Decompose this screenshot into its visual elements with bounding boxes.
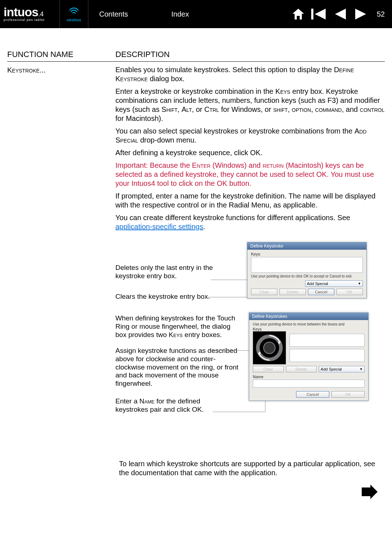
- header-description: DESCRIPTION: [115, 50, 385, 59]
- dlg2-name-label: Name: [253, 375, 365, 379]
- wireless-badge: wireless: [60, 0, 88, 28]
- dlg2-keys-input-1[interactable]: [290, 334, 365, 347]
- logo: intuos.4 professional pen tablet: [0, 7, 60, 22]
- first-page-icon[interactable]: [311, 8, 327, 20]
- define-keystrokes-dialog: Define Keystrokes Use your pointing devi…: [249, 312, 369, 401]
- next-page-icon[interactable]: [354, 8, 367, 20]
- dlg1-delete-button[interactable]: Delete: [279, 289, 306, 295]
- svg-point-6: [264, 342, 275, 354]
- index-link[interactable]: Index: [171, 10, 189, 18]
- description-cell: Enables you to simulate keystrokes. Sele…: [115, 65, 385, 235]
- para-6: If prompted, enter a name for the keystr…: [115, 192, 385, 210]
- para-2: Enter a keystroke or keystroke combinati…: [115, 87, 385, 123]
- function-name-cell: Keystroke...: [7, 65, 115, 235]
- dlg2-keys-input-2[interactable]: [290, 349, 365, 362]
- column-headers: FUNCTION NAME DESCRIPTION: [7, 50, 385, 59]
- dlg2-hint: Use your pointing device to move between…: [253, 322, 365, 326]
- dlg2-name-input[interactable]: [253, 380, 365, 388]
- dlg2-cancel-button[interactable]: Cancel: [296, 391, 329, 398]
- leader-line-2: [207, 297, 251, 297]
- dlg1-title: Define Keystroke: [247, 242, 366, 250]
- dlg2-clear-button[interactable]: Clear: [253, 366, 284, 372]
- para-1: Enables you to simulate keystrokes. Sele…: [115, 65, 385, 83]
- logo-4: .4: [38, 10, 44, 18]
- dlg1-keys-label: Keys:: [251, 252, 363, 256]
- diagram-area: Deletes only the last entry in the keyst…: [115, 242, 382, 451]
- wireless-label: wireless: [67, 18, 81, 22]
- dlg1-add-special-dropdown[interactable]: Add Special▼: [305, 280, 363, 287]
- para-important: Important: Because the Enter (Windows) a…: [115, 161, 385, 188]
- wifi-icon: [69, 6, 79, 17]
- callout-name: Enter a Name for the defined keystrokes …: [115, 397, 234, 414]
- callout-assign: Assign keystroke functions as described …: [115, 347, 242, 388]
- header-separator: [7, 61, 385, 62]
- function-row: Keystroke... Enables you to simulate key…: [7, 65, 385, 235]
- home-icon[interactable]: [292, 8, 305, 20]
- top-nav-icons: 52: [292, 8, 385, 20]
- svg-marker-2: [315, 9, 326, 19]
- svg-marker-0: [292, 9, 304, 19]
- dlg1-ok-button[interactable]: OK: [336, 289, 363, 295]
- prev-page-icon[interactable]: [334, 8, 347, 20]
- dlg1-hint: Use your pointing device to click OK to …: [251, 274, 363, 278]
- callout-delete: Deletes only the last entry in the keyst…: [115, 264, 234, 280]
- chevron-down-icon: ▼: [358, 282, 361, 285]
- leader-line-4a: [213, 412, 265, 412]
- page-content: FUNCTION NAME DESCRIPTION Keystroke... E…: [0, 28, 392, 509]
- dlg2-add-special-dropdown[interactable]: Add Special▼: [319, 366, 365, 372]
- svg-marker-4: [355, 9, 366, 19]
- para-4: After defining a keystroke sequence, cli…: [115, 148, 385, 157]
- contents-link[interactable]: Contents: [99, 10, 128, 18]
- app-specific-settings-link[interactable]: application-specific settings: [115, 223, 203, 231]
- closing-paragraph: To learn which keystroke shortcuts are s…: [119, 459, 379, 477]
- continue-arrow-icon[interactable]: [360, 484, 378, 502]
- callout-two-boxes: When defining keystrokes for the Touch R…: [115, 314, 240, 339]
- svg-rect-1: [311, 9, 313, 19]
- header-function-name: FUNCTION NAME: [7, 50, 115, 59]
- chevron-down-icon: ▼: [360, 367, 363, 371]
- dlg2-title: Define Keystrokes: [249, 313, 368, 320]
- leader-line-3: [209, 350, 252, 351]
- svg-marker-9: [362, 485, 378, 499]
- para-3: You can also select special keystrokes o…: [115, 127, 385, 145]
- logo-subtitle: professional pen tablet: [4, 18, 60, 22]
- header-bar: intuos.4 professional pen tablet wireles…: [0, 0, 392, 28]
- top-nav-links: Contents Index: [99, 10, 189, 18]
- dlg2-ok-button[interactable]: OK: [331, 391, 365, 398]
- svg-marker-3: [335, 9, 346, 19]
- dlg1-clear-button[interactable]: Clear: [251, 289, 277, 295]
- dlg2-keys-label: Keys: [253, 327, 365, 331]
- para-7: You can create different keystroke funct…: [115, 213, 385, 231]
- touch-ring-image: [253, 331, 286, 364]
- dlg2-delete-button[interactable]: Delete: [286, 366, 317, 372]
- define-keystroke-dialog: Define Keystroke Keys: Use your pointing…: [247, 242, 367, 298]
- dlg1-keys-input[interactable]: [251, 257, 363, 273]
- page-number-top: 52: [377, 10, 385, 18]
- logo-text: intuos: [4, 5, 38, 19]
- dlg1-cancel-button[interactable]: Cancel: [308, 289, 334, 295]
